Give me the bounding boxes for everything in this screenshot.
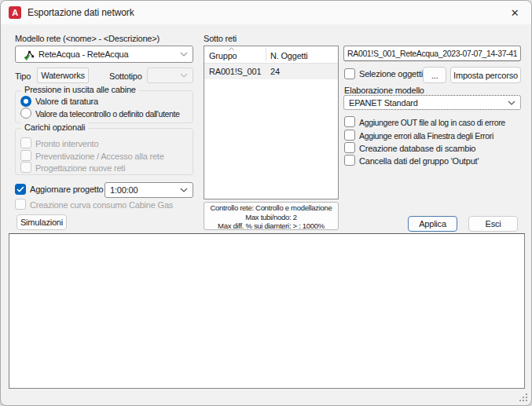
radio-valore-telecontrollo-label: Valore da telecontrollo o definito dall'… [35,109,180,119]
aggiornare-time-value: 1:00:00 [110,185,177,195]
checkbox-aggiungere-out-file[interactable] [344,116,355,127]
close-icon[interactable]: ✕ [498,1,531,24]
pressione-groupbox: Pressione in uscita alle cabine Valore d… [15,90,193,123]
radio-valore-telecontrollo[interactable] [20,108,31,119]
checkbox-creazione-database[interactable] [344,142,355,153]
checkbox-pronto-intervento-label: Pronto intervento [35,139,98,148]
checkbox-selezione-oggetti[interactable] [344,68,355,79]
checkbox-preventivazione[interactable] [20,150,31,161]
chevron-down-icon [180,52,188,57]
elaborazione-modello-value: EPANET Standard [349,98,504,108]
chevron-down-icon [180,188,188,192]
modello-rete-combobox[interactable]: ReteAcqua - ReteAcqua [15,46,193,63]
checkbox-selezione-oggetti-label: Selezione oggetti [359,69,423,79]
autocad-app-icon: A [9,6,21,19]
simulazioni-button[interactable]: Simulazioni [17,214,67,230]
radio-valore-di-taratura-label: Valore di taratura [35,97,98,106]
checkbox-preventivazione-label: Preventivazione / Accesso alla rete [35,152,164,161]
checkbox-creazione-database-label: Creazione database di scambio [359,144,475,153]
sotto-reti-label: Sotto reti [204,34,237,43]
checkmark-icon [17,186,24,192]
table-row[interactable]: RA001!S_001 24 [204,64,338,79]
info-line-1: Controllo rete: Controllo e modellazione [204,203,338,213]
info-line-2: Max tubi/nodo: 2 [204,213,338,222]
carichi-groupbox: Carichi opzionali Pronto intervento Prev… [15,128,193,175]
controllo-rete-infobox: Controllo rete: Controllo e modellazione… [204,202,339,230]
checkbox-cancella-dati[interactable] [344,155,355,166]
checkbox-progettazione-label: Progettazione nuove reti [35,163,125,173]
applica-button[interactable]: Applica [408,216,457,232]
browse-button[interactable]: ... [423,67,446,83]
modello-rete-label: Modello rete (<nome> - <Descrizione>) [15,34,160,43]
window-title: Esportazione dati network [28,7,134,18]
elaborazione-modello-combobox[interactable]: EPANET Standard [343,95,521,110]
network-icon [24,49,35,60]
cell-n-oggetti: 24 [270,67,280,76]
checkbox-progettazione[interactable] [20,162,31,173]
pressione-group-title: Pressione in uscita alle cabine [21,85,139,94]
imposta-percorso-button[interactable]: Imposta percorso [450,67,521,83]
column-header-oggetti[interactable]: N. Oggetti [270,51,308,60]
column-header-gruppo[interactable]: Gruppo [209,51,237,60]
export-network-dialog: A Esportazione dati network ✕ Modello re… [0,0,532,406]
column-divider[interactable] [266,48,266,61]
sottotipo-combobox[interactable] [147,68,193,83]
tipo-value-box: Waterworks [37,68,89,83]
tipo-label: Tipo [15,71,31,81]
chevron-down-icon [508,101,515,105]
tipo-value: Waterworks [41,71,85,80]
checkbox-aggiunge-errori[interactable] [344,130,355,141]
elaborazione-modello-label: Elaborazione modello [344,86,424,95]
checkbox-cancella-dati-label: Cancella dati del gruppo 'Output' [359,156,479,166]
resize-grip-icon[interactable] [518,392,528,402]
info-line-3: Max diff. % sui diamteri: > : 1000% [204,221,338,231]
sotto-reti-table[interactable]: Gruppo N. Oggetti RA001!S_001 24 [204,46,339,199]
chevron-down-icon [180,73,188,78]
aggiornare-progetto-label: Aggiornare progetto [30,185,103,194]
radio-valore-di-taratura[interactable] [20,96,31,107]
checkbox-creazione-curva-label: Creazione curva consumo Cabine Gas [30,200,173,210]
checkbox-aggiornare-progetto[interactable] [15,184,26,195]
checkbox-creazione-curva[interactable] [15,199,26,210]
carichi-group-title: Carichi opzionali [21,123,88,132]
checkbox-pronto-intervento[interactable] [20,137,31,148]
titlebar: A Esportazione dati network ✕ [1,1,531,24]
table-header[interactable]: Gruppo N. Oggetti [204,46,338,64]
modello-rete-value: ReteAcqua - ReteAcqua [39,49,177,59]
output-log-area[interactable] [9,233,525,389]
aggiornare-time-combobox[interactable]: 1:00:00 [105,182,193,198]
export-name-input[interactable] [343,46,521,61]
checkbox-aggiunge-errori-label: Aggiunge errori alla Finestra degli Erro… [359,131,493,141]
sottotipo-label: Sottotipo [109,71,142,81]
checkbox-aggiungere-out-file-label: Aggiungere OUT file al log in caso di er… [359,118,505,127]
esci-button[interactable]: Esci [468,216,518,232]
cell-gruppo: RA001!S_001 [209,67,261,76]
